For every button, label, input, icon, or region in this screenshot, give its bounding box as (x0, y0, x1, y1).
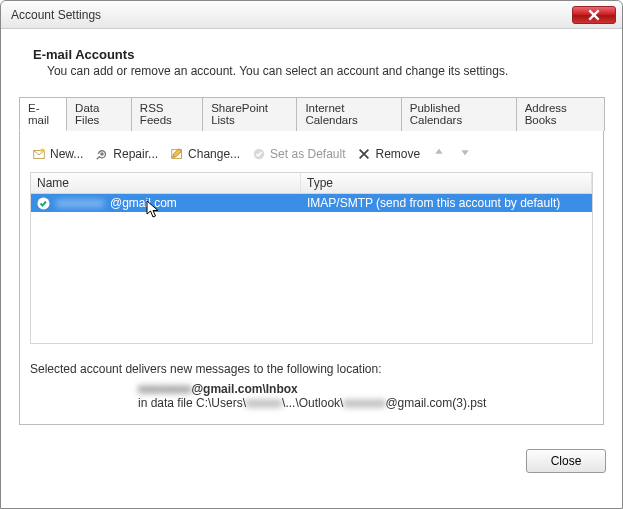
set-default-button: Set as Default (252, 147, 345, 161)
remove-button[interactable]: Remove (357, 147, 420, 161)
set-default-label: Set as Default (270, 147, 345, 161)
default-account-icon (37, 197, 50, 210)
delivery-location: Selected account delivers new messages t… (30, 362, 593, 410)
tab-sharepoint-lists[interactable]: SharePoint Lists (202, 97, 297, 131)
remove-label: Remove (375, 147, 420, 161)
move-up-button (432, 145, 446, 162)
account-name-hidden: xxxxxxxx (56, 196, 104, 210)
delivery-mailbox: xxxxxxxx@gmail.com\Inbox (138, 382, 593, 396)
change-button[interactable]: Change... (170, 147, 240, 161)
arrow-up-icon (432, 145, 446, 159)
table-row[interactable]: xxxxxxxx@gmail.com IMAP/SMTP (send from … (31, 194, 592, 212)
path-account-hidden: xxxxxxx (343, 396, 385, 410)
table-body: xxxxxxxx@gmail.com IMAP/SMTP (send from … (30, 194, 593, 344)
page-subtext: You can add or remove an account. You ca… (47, 64, 604, 78)
tab-address-books[interactable]: Address Books (516, 97, 605, 131)
titlebar: Account Settings (1, 1, 622, 29)
delivery-path: in data file C:\Users\xxxxxx\...\Outlook… (138, 396, 593, 410)
svg-point-2 (101, 152, 105, 156)
svg-point-1 (40, 148, 44, 152)
tab-internet-calendars[interactable]: Internet Calendars (296, 97, 401, 131)
cell-name: xxxxxxxx@gmail.com (31, 194, 301, 212)
cell-type: IMAP/SMTP (send from this account by def… (301, 194, 592, 212)
toolbar: New... Repair... Change... Set as Defaul… (30, 141, 593, 172)
path-prefix: in data file C:\Users\ (138, 396, 246, 410)
column-name[interactable]: Name (31, 173, 301, 193)
change-icon (170, 147, 184, 161)
table-header: Name Type (30, 172, 593, 194)
account-name-visible: @gmail.com (110, 196, 177, 210)
window-title: Account Settings (11, 8, 572, 22)
path-mid: \...\Outlook\ (282, 396, 343, 410)
path-user-hidden: xxxxxx (246, 396, 282, 410)
new-button[interactable]: New... (32, 147, 83, 161)
close-button[interactable]: Close (526, 449, 606, 473)
new-label: New... (50, 147, 83, 161)
move-down-button (458, 145, 472, 162)
mailbox-suffix: @gmail.com\Inbox (191, 382, 297, 396)
tab-published-calendars[interactable]: Published Calendars (401, 97, 517, 131)
window-close-button[interactable] (572, 6, 616, 24)
change-label: Change... (188, 147, 240, 161)
repair-icon (95, 147, 109, 161)
tabs: E-mail Data Files RSS Feeds SharePoint L… (19, 96, 604, 131)
arrow-down-icon (458, 145, 472, 159)
column-type[interactable]: Type (301, 173, 592, 193)
tab-panel-email: New... Repair... Change... Set as Defaul… (19, 131, 604, 425)
tab-rss-feeds[interactable]: RSS Feeds (131, 97, 203, 131)
page-heading: E-mail Accounts (33, 47, 604, 62)
repair-label: Repair... (113, 147, 158, 161)
delivery-intro: Selected account delivers new messages t… (30, 362, 593, 376)
mailbox-hidden: xxxxxxxx (138, 382, 191, 396)
tab-data-files[interactable]: Data Files (66, 97, 132, 131)
set-default-icon (252, 147, 266, 161)
tab-email[interactable]: E-mail (19, 97, 67, 131)
path-suffix: @gmail.com(3).pst (385, 396, 486, 410)
new-icon (32, 147, 46, 161)
dialog-footer: Close (1, 439, 622, 483)
repair-button[interactable]: Repair... (95, 147, 158, 161)
close-icon (587, 8, 601, 22)
remove-icon (357, 147, 371, 161)
